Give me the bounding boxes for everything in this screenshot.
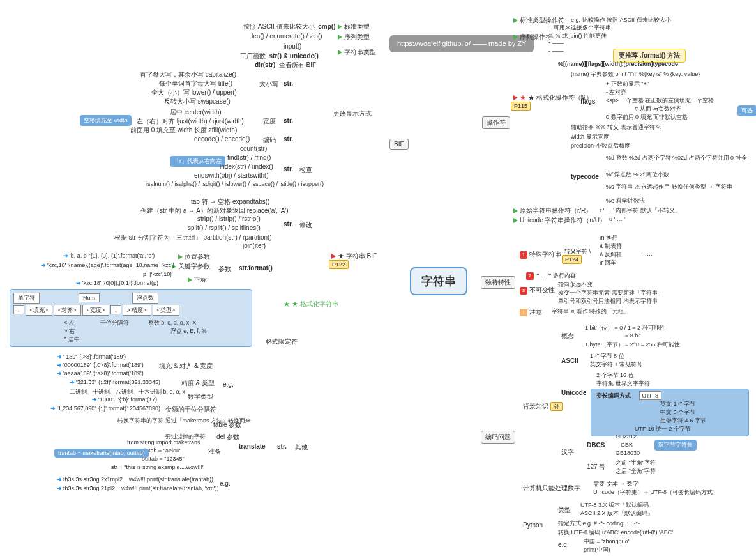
fmt-kw-ex: ➜'kzc,18' '{name},{age}'.format(age=18,n… [38,261,177,269]
enc-ascii: ASCII [559,357,581,365]
enc-py-conv: 转换 UTF-8 编码 u'ABC'.encode('utf-8') 'ABC' [556,528,676,537]
unique-node: 独特特性 [481,276,515,289]
enc-dbcs: DBCS [584,441,607,449]
fmt-fill-1: ➜'00000189' '{:0>8}'.format('189') [54,361,146,369]
fmt-fill: 填充 & 对齐 & 宽度 [156,361,215,371]
bif-std: 标准类型 [335,22,372,32]
enc-byte1: = 8 bit [623,332,644,339]
ops-raw: 原始字符串操作符（r/R） [511,206,594,216]
enc-var: 变长编码方式 UTF-8 英文 1 个字节 中文 3 个字节 生僻字符 4-6 … [591,389,749,436]
bif-check-1: find(str) / rfind() [225,153,273,162]
enc-py-type: 类型 [556,505,573,515]
fmt-prec-ex: ➜'321.33' '{:.2f}'.format(321.33345) [67,378,163,386]
enc-concept: 概念 [559,331,577,341]
enc-py-eg-1: print(中国) [581,545,613,555]
enc-bg: 背景知识 补 [520,401,565,412]
ops-uni: Unicode 字符串操作符（u/U） [511,215,609,226]
ops-fmt-width: width 显示宽度 [568,132,612,142]
bif-case-3: 反转大小写 swapcase() [162,97,233,107]
bif-str3: str. [281,135,296,143]
fmt-strformat: str.format() [236,264,275,272]
fmt-numtype-ex: ➜'10001' '{:b}'.format(17) [89,396,160,403]
bif-strbif-tag: P122 [329,260,349,269]
unique-triple: 2''' … ''' 多行内容 [524,271,578,281]
bif-node: BIF [389,139,409,150]
fmt-eg2-0: ➜th3s 3s str3ng 2x1mpl2....w4w!!! print(… [54,475,216,483]
bif-seq-item: len() / enumerate() / zip() [249,32,325,40]
unique-esc-4: …… [639,250,655,258]
unique-note: !注意 [517,307,545,317]
bif-width: 宽度 [261,116,278,127]
ops-seq-minus: - —— [546,47,566,55]
fmt-sub: 下标 [185,275,209,285]
fmt-delp: del 参数 [214,432,242,442]
fmt-str6: str. [275,442,289,451]
ops-fmt-tc2: %s 字符串 ⚠ 永远起作用 转换任何类型 → 字符串 [603,182,735,192]
ops-fmt-tc1: %f 浮点数 %.2f 两位小数 [603,170,672,180]
fmt-numtype: 数字类型 [185,392,216,402]
unique-immut-2: 单引号和双引号用法相同 均表示字符串 [556,297,660,306]
bif-width-note: 空格填充至 width [80,115,132,126]
bif-mod-3: split() / rsplit() / splitlines() [185,224,263,232]
enc-dbcs-0: GB2312 [613,433,639,440]
ops-fmt-f4: 0 数字前用 0 填充 而非默认空格 [603,112,690,122]
fmt-sub-p: p=['kzc',18] [140,270,174,278]
fmt-thou-ex: ➜'1,234,567,890' '{:,}'.format(123456789… [48,405,163,412]
fmt-prep-0: from string import maketrans [125,438,203,446]
enc-node: 编码问题 [481,431,515,444]
ops-node: 操作符 [482,116,510,129]
enc-byte2: 1 byte（字节） = 2^8 = 256 种可能性 [582,340,683,350]
fmt-prep-3: str = "this is string example....wow!!!" [109,463,207,471]
bif-check-3: endswith(obj) / startswith() [192,171,271,180]
unique-esc-3: \r 回车 [597,258,619,268]
bif-str1: str. [281,79,296,88]
bif-input: input() [281,42,304,50]
fmt-other: 其他 [292,442,310,452]
bif-encode-i: decode() / encode() [192,135,252,143]
fmt-fill-2: ➜'aaaaa189' '{:a>8}'.format('189') [54,369,146,377]
bif-strtype: 字符串类型 [335,47,379,58]
fmt-thou: 金额的千位分隔符 [163,405,219,415]
enc-dbcs-2: GB18030 [613,449,642,457]
ops-fmt-opt: 可选 [737,105,756,116]
fmt-pos-ex: ➜'b, a, b' '{1}, {0}, {1}'.format('a', '… [61,252,157,259]
fmt-eg: e.g. [220,380,236,389]
bif-check: 检查 [297,165,315,175]
fmt-translate: translate [236,442,268,451]
bif-str2: str. [281,116,296,125]
fmt-trantab: trantab = maketrans(intab, outtab) [54,449,149,458]
enc-dbcs-note: 双字节字符集 [654,440,697,451]
fmt-fill-0: ➜' 189' '{:>8}'.format('189') [54,353,128,360]
fmt-prep: 准备 [206,447,223,457]
unique-note-i: 字符串 可看作 特殊的「元组」 [549,307,632,316]
fmt-eg2-1: ➜th3s 3s str3ng 21pl2....w4w!!! print(st… [54,484,222,492]
ops-fmt-tc: typecode [568,173,601,181]
bif-display: 更改显示方式 [331,109,374,119]
enc-comp-uni: Unicode（字符集）→ UTF-8（可变长编码方式） [591,488,721,497]
enc-py-spec: 指定方式 e.g. # -*- coding: … -*- [556,519,642,529]
bif-encode: 编码 [261,135,278,145]
fmt-title: ★ ★ 格式化字符串 [281,299,341,309]
ops-fmt-name: (name) 字典参数 print "I'm %(key)s" % {key: … [568,70,702,79]
bif-mod-5: join(iter) [240,242,268,250]
enc-uni: Unicode [559,389,589,397]
bif-dir: dir(str) 查看所有 BIF [252,60,319,70]
root-node: 字符串 [410,267,467,295]
bif-modify: 修改 [297,220,315,230]
unique-esc-tag: P124 [562,255,582,264]
fmt-sub-ex: ➜'kzc,18' '{0[0]},{0[1]}'.format(p) [73,279,161,287]
enc-py-type-1: ASCII 2.X 版本「默认编码」 [578,509,656,518]
enc-py: Python [520,521,545,529]
enc-dbcs-1: GBK [618,441,635,449]
ops-seq-star: * —— [546,40,566,47]
ops-fmt-tc0: %d 整数 %2d 占两个字符 %02d 占两个字符并用 0 补全 [603,153,750,163]
ops-fmt-aux: 辅助指令 %% 转义 表示普通字符 % [568,123,664,132]
enc-han: 汉字 [559,447,577,458]
enc-ascii-1: 英文字符 + 常见符号 [587,360,645,369]
bif-case: 大小写 [257,79,281,89]
ops-uni-ex: u ' … ' [607,215,628,223]
ops-fmt-tag: P115 [511,102,531,111]
ops-raw-ex: r ' … ' 内部字符 默认「不转义」 [597,206,683,215]
unique-immut: 3不可变性 [517,285,557,295]
bif-mod-2: strip() / lstrip() / rstrip() [195,215,263,223]
